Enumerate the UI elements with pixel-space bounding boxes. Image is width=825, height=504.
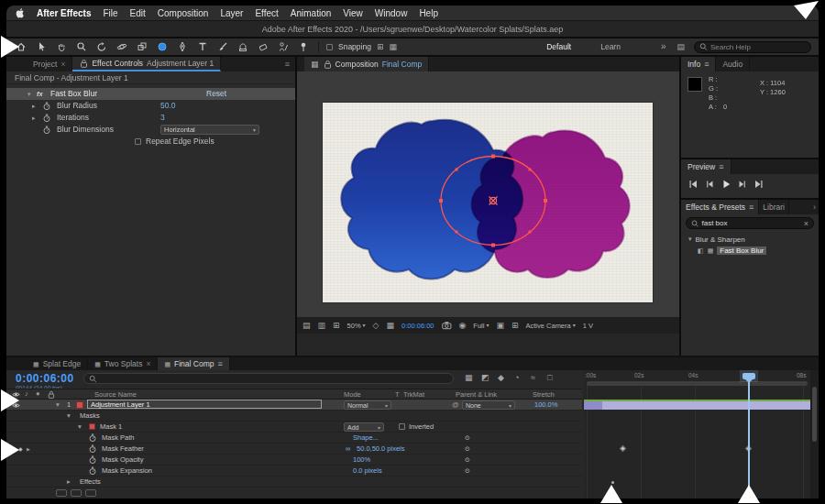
monitor-icon[interactable]: ▤: [302, 322, 311, 330]
graph-toggle-icon[interactable]: ⊙: [465, 455, 470, 466]
apple-icon[interactable]: [16, 7, 25, 18]
twirl-icon[interactable]: ▾: [56, 400, 60, 411]
lock-icon[interactable]: [79, 59, 88, 68]
view-layout-select[interactable]: 1 V: [583, 322, 593, 330]
constrain-link-icon[interactable]: ∞: [346, 444, 350, 455]
masks-group-row[interactable]: ▾ Masks: [6, 411, 582, 422]
workspace-default[interactable]: Default: [546, 42, 571, 51]
ellipse-shape-tool-icon[interactable]: [155, 40, 170, 53]
mask-options-icon[interactable]: ⊞: [377, 43, 384, 51]
close-icon[interactable]: ×: [146, 359, 150, 368]
motion-blur-icon[interactable]: ≈: [531, 374, 535, 382]
panel-icon[interactable]: ▤: [676, 43, 685, 51]
hand-tool-icon[interactable]: [54, 40, 69, 53]
panel-menu-icon[interactable]: ≡: [280, 57, 295, 71]
puppet-pin-tool-icon[interactable]: [296, 40, 311, 53]
timeline-track-area[interactable]: :00s 02s 04s 06s 08s: [584, 370, 810, 499]
column-stretch[interactable]: Stretch: [533, 390, 555, 400]
mask-expansion-value[interactable]: 0.0 pixels: [353, 466, 382, 477]
menu-file[interactable]: File: [103, 8, 117, 18]
column-source-name[interactable]: Source Name: [94, 390, 137, 400]
panel-menu-icon[interactable]: ≡: [719, 163, 723, 171]
effects-group-row[interactable]: ▾ Blur & Sharpen: [681, 234, 819, 245]
zoom-level-select[interactable]: 50%▾: [347, 322, 366, 330]
inverted-checkbox[interactable]: [399, 423, 405, 430]
snapshot-camera-icon[interactable]: [442, 321, 452, 330]
graph-toggle-icon[interactable]: ⊙: [465, 466, 470, 477]
grid-icon[interactable]: ⊞: [333, 322, 340, 330]
tab-audio[interactable]: Audio: [716, 57, 750, 71]
iterations-value[interactable]: 3: [160, 112, 165, 124]
keyframe-dot[interactable]: [611, 481, 614, 484]
twirl-icon[interactable]: ▾: [67, 411, 71, 422]
help-search-box[interactable]: [694, 41, 811, 53]
column-t[interactable]: T: [395, 390, 400, 400]
column-mode[interactable]: Mode: [344, 390, 361, 400]
timeline-scrollbar[interactable]: [810, 370, 819, 499]
menu-edit[interactable]: Edit: [130, 8, 146, 18]
grid-options-icon[interactable]: ▦: [389, 43, 397, 51]
playhead-line[interactable]: [748, 380, 750, 499]
resolution-select[interactable]: Full▾: [473, 322, 489, 330]
view-select[interactable]: Active Camera▾: [526, 322, 576, 330]
timeline-search-box[interactable]: [83, 373, 454, 384]
pen-tool-icon[interactable]: [175, 40, 190, 53]
layer-stretch-value[interactable]: 100.0%: [534, 400, 557, 411]
tab-info[interactable]: Info ≡: [681, 57, 716, 71]
timeline-search-input[interactable]: [100, 375, 448, 383]
prev-keyframe-icon[interactable]: ◀: [11, 444, 15, 455]
menu-layer[interactable]: Layer: [220, 8, 243, 18]
menu-window[interactable]: Window: [375, 8, 408, 18]
panel-menu-icon[interactable]: ≡: [704, 60, 709, 69]
mask-feather-row[interactable]: ◀ ◆ ▶ Mask Feather ∞ 50.0,50.0 pixels ⊙: [6, 444, 582, 455]
clone-stamp-tool-icon[interactable]: [236, 40, 250, 53]
safe-zones-icon[interactable]: ▦: [387, 322, 395, 330]
mask-toggle-icon[interactable]: ◇: [373, 322, 380, 330]
tab-preview[interactable]: Preview ≡: [681, 159, 732, 174]
screen-layout-icon[interactable]: ▥: [318, 322, 326, 330]
brush-tool-icon[interactable]: [215, 40, 230, 53]
expand-layers-toggle[interactable]: [56, 489, 67, 497]
panel-menu-icon[interactable]: ≡: [749, 203, 754, 212]
twirl-icon[interactable]: ▸: [32, 112, 36, 124]
mask-color-swatch[interactable]: [89, 423, 95, 430]
play-button[interactable]: [721, 180, 731, 189]
effect-item-label[interactable]: Fast Box Blur: [717, 247, 766, 255]
mask-path-value[interactable]: Shape...: [353, 433, 379, 444]
region-of-interest-icon[interactable]: ▣: [496, 322, 504, 330]
column-parent-link[interactable]: Parent & Link: [456, 390, 497, 400]
graph-editor-icon[interactable]: □: [547, 374, 552, 382]
blur-dimensions-select[interactable]: Horizontal▾: [160, 125, 259, 135]
workspace-overflow-icon[interactable]: »: [661, 42, 666, 51]
keyframe-toggle-icon[interactable]: ◆: [18, 444, 23, 455]
mask-feather-value[interactable]: 50.0,50.0 pixels: [357, 444, 405, 455]
pan-behind-tool-icon[interactable]: [135, 40, 149, 53]
twirl-icon[interactable]: ▾: [78, 422, 82, 433]
reset-button[interactable]: Reset: [206, 88, 226, 100]
effects-search-input[interactable]: [701, 219, 800, 227]
tab-splat-edge[interactable]: ▦ Splat Edge: [27, 357, 88, 370]
effect-name[interactable]: Fast Box Blur: [50, 88, 97, 100]
selection-tool-icon[interactable]: [34, 40, 49, 53]
mask-row[interactable]: ▾ Mask 1 Add▾ Inverted: [6, 422, 582, 433]
repeat-edge-checkbox[interactable]: [135, 138, 141, 145]
type-tool-icon[interactable]: [195, 40, 210, 53]
menu-effect[interactable]: Effect: [255, 8, 278, 18]
comp-canvas[interactable]: [323, 103, 653, 302]
comp-mini-flowchart-icon[interactable]: ▦: [465, 374, 473, 382]
transfer-controls-toggle[interactable]: [71, 489, 82, 497]
lock-icon[interactable]: [323, 60, 332, 69]
tab-project[interactable]: Project ×: [27, 57, 72, 71]
transparency-grid-icon[interactable]: ⊞: [512, 322, 519, 330]
pickwhip-icon[interactable]: @: [452, 400, 459, 411]
mask-mode-select[interactable]: Add▾: [344, 422, 384, 432]
timeline-timecode[interactable]: 0:00:06:00: [16, 372, 74, 385]
blur-radius-value[interactable]: 50.0: [160, 100, 176, 112]
comp-timecode[interactable]: 0:00:06:00: [402, 322, 434, 330]
tab-effects-presets[interactable]: Effects & Presets ≡: [681, 200, 759, 214]
close-icon[interactable]: ×: [60, 60, 65, 69]
menu-view[interactable]: View: [343, 8, 363, 18]
eraser-tool-icon[interactable]: [256, 40, 270, 53]
layer-parent-select[interactable]: None▾: [462, 400, 515, 410]
effects-item-row[interactable]: ◧ ▦ Fast Box Blur: [681, 245, 819, 256]
